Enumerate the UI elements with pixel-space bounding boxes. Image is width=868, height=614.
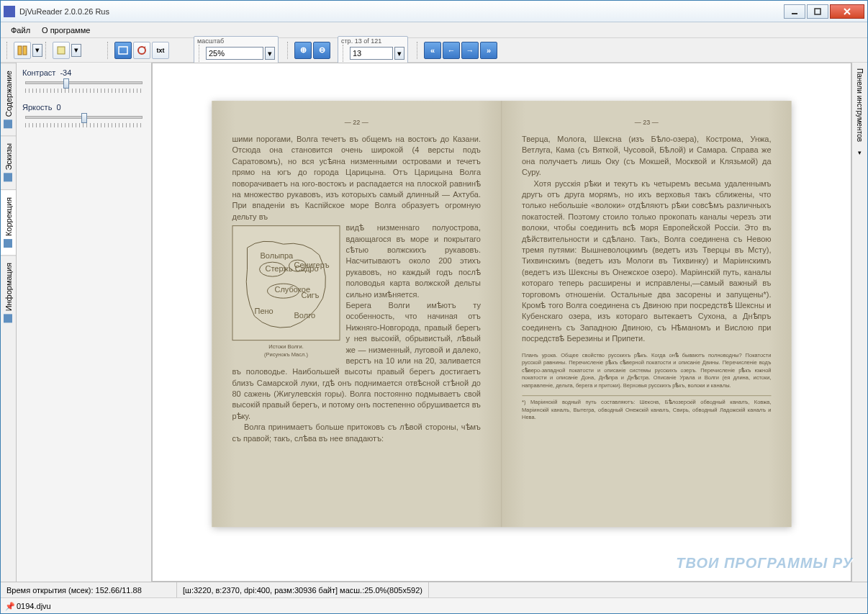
page-mode-button[interactable] [53, 42, 70, 59]
fit-width-button[interactable] [114, 42, 132, 59]
maximize-button[interactable] [807, 4, 828, 19]
prev-page-button[interactable]: ← [443, 42, 460, 59]
titlebar: DjVuReader 2.0.0.26 Rus [1, 1, 867, 22]
zoom-out-button[interactable]: ⊖ [313, 42, 330, 59]
svg-text:Сигъ: Сигъ [302, 291, 320, 299]
lesson-plan: Планъ урока. Общее свойство русскихъ рѣк… [522, 352, 772, 390]
page-dropdown[interactable]: ▾ [394, 47, 404, 60]
page-number-left: — 22 — [232, 118, 482, 127]
svg-text:Волго: Волго [294, 311, 316, 320]
svg-rect-7 [119, 47, 127, 54]
tab-contents[interactable]: Содержание [1, 63, 16, 135]
statusbar: Время открытия (мсек): 152.66/11.88 [ш:3… [1, 582, 867, 597]
contrast-label: Контраст [22, 68, 55, 77]
pin-icon[interactable]: 📌 [5, 602, 14, 610]
tab-thumbnails[interactable]: Эскизы [1, 135, 16, 189]
doc-text: Волга принимаетъ больше притоковъ съ лѣв… [232, 422, 482, 444]
last-page-button[interactable]: » [480, 42, 497, 59]
menubar: Файл О программе [1, 22, 867, 38]
svg-rect-6 [58, 47, 65, 54]
document-viewer[interactable]: — 22 — шими порогами, Волга течетъ въ об… [152, 63, 851, 582]
correction-icon [4, 239, 13, 248]
first-page-button[interactable]: « [424, 42, 441, 59]
svg-rect-1 [815, 9, 820, 14]
text-mode-button[interactable]: txt [152, 42, 169, 59]
status-info: [ш:3220, в:2370, dpi:400, разм:30936 бай… [177, 582, 429, 597]
window-title: DjVuReader 2.0.0.26 Rus [19, 7, 784, 16]
contrast-slider[interactable] [25, 81, 143, 84]
svg-text:Сенигеръ: Сенигеръ [294, 261, 330, 269]
menu-about[interactable]: О программе [36, 24, 96, 36]
page-label: стр. 13 of 121 [341, 37, 404, 45]
page-group: стр. 13 of 121 ▾ [338, 36, 408, 64]
sidebar-right: Панели инструментов ▾ [851, 63, 867, 582]
status-open-time: Время открытия (мсек): 152.66/11.88 [1, 582, 177, 597]
chevron-down-icon: ▾ [858, 149, 862, 156]
map-caption: Истоки Волги. (Рисунокъ Масл.) [232, 343, 340, 358]
page-canvas: — 22 — шими порогами, Волга течетъ въ об… [212, 101, 792, 527]
doc-text: шими порогами, Волга течетъ въ общемъ на… [232, 134, 482, 222]
sidebar-left: Содержание Эскизы Коррекция Информация К… [1, 63, 152, 582]
page-number-right: — 23 — [522, 118, 772, 127]
filename[interactable]: 0194.djvu [17, 602, 51, 610]
book-page-left: — 22 — шими порогами, Волга течетъ въ об… [212, 101, 502, 527]
layout-dropdown[interactable]: ▾ [32, 44, 42, 57]
menu-file[interactable]: Файл [5, 24, 36, 36]
app-icon [4, 6, 15, 17]
doc-text: Тверца, Молога, Шексна (изъ Бѣло-озера),… [522, 134, 772, 179]
brightness-label: Яркость [22, 103, 52, 112]
page-input[interactable] [350, 47, 393, 60]
zoom-label: масштаб [197, 37, 275, 45]
zoom-dropdown[interactable]: ▾ [265, 47, 275, 60]
information-icon [4, 314, 13, 322]
page-mode-dropdown[interactable]: ▾ [71, 44, 81, 57]
thumbnails-icon [4, 173, 13, 182]
map-illustration: Волыпра Стержь Садро Сенигеръ Слубокое С… [232, 225, 340, 340]
tool-panels-tab[interactable]: Панели инструментов [854, 63, 866, 148]
svg-rect-5 [23, 46, 27, 55]
next-page-button[interactable]: → [461, 42, 479, 59]
minimize-button[interactable] [784, 4, 805, 19]
svg-text:Волыпра: Волыпра [261, 251, 294, 260]
rotate-button[interactable] [133, 42, 150, 59]
svg-rect-4 [18, 46, 22, 55]
zoom-in-button[interactable]: ⊕ [294, 42, 312, 59]
zoom-group: масштаб ▾ [194, 36, 279, 64]
svg-text:Пено: Пено [255, 307, 273, 315]
correction-panel: Контраст-34 Яркость0 [17, 63, 151, 582]
zoom-input[interactable] [206, 47, 263, 60]
doc-text: Хотя русскія рѣки и текутъ къ четыремъ в… [522, 179, 772, 345]
layout-button[interactable] [14, 42, 31, 59]
toolbar: ▾ ▾ txt масштаб ▾ ⊕ ⊖ стр. 13 of 121 [1, 38, 867, 63]
contents-icon [4, 119, 13, 128]
watermark: ТВОИ ПРОГРАММЫ РУ [676, 555, 853, 572]
book-page-right: — 23 — Тверца, Молога, Шексна (изъ Бѣло-… [502, 101, 792, 527]
tab-correction[interactable]: Коррекция [1, 189, 16, 255]
contrast-value: -34 [60, 68, 71, 77]
filebar: 📌 0194.djvu [1, 597, 867, 613]
brightness-value: 0 [56, 103, 60, 112]
tab-information[interactable]: Информация [1, 255, 16, 330]
close-button[interactable] [830, 4, 864, 19]
brightness-slider[interactable] [25, 116, 143, 119]
footnote: *) Маріинскій водный путь составляютъ: Ш… [522, 395, 772, 422]
